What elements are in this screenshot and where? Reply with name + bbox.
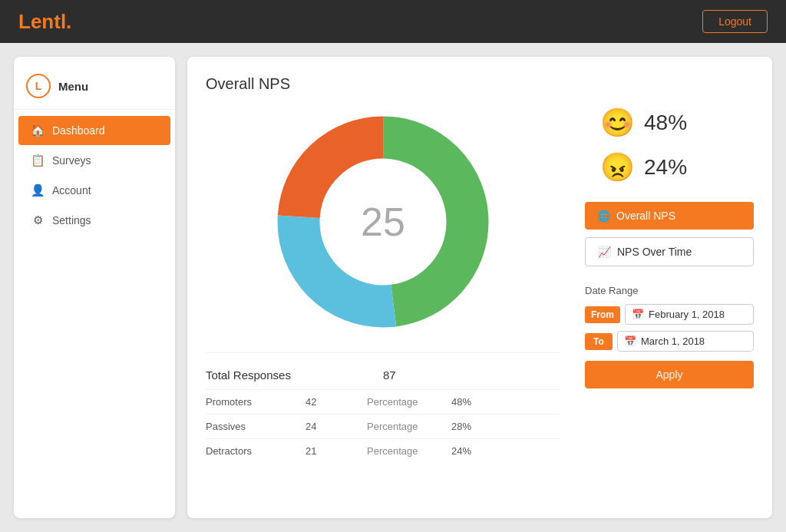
passives-pct-value: 28% <box>451 421 471 432</box>
apply-button[interactable]: Apply <box>585 361 754 388</box>
overall-nps-button[interactable]: 🌐 Overall NPS <box>585 202 754 230</box>
detractor-pct: 24% <box>644 155 687 180</box>
content-grid: 25 Total Responses 87 Promoters 42 Perce… <box>206 107 754 500</box>
legend-area: 😊 48% 😠 24% <box>585 107 754 183</box>
from-date-row: From 📅 February 1, 2018 <box>585 304 754 325</box>
sidebar: L Menu 🏠 Dashboard 📋 Surveys 👤 Account ⚙… <box>14 57 175 518</box>
right-panel: 😊 48% 😠 24% 🌐 Overall NPS 📈 <box>585 107 754 500</box>
sidebar-item-settings[interactable]: ⚙ Settings <box>18 206 170 235</box>
overall-nps-label: Overall NPS <box>616 210 675 222</box>
legend-detractors: 😠 24% <box>600 151 687 183</box>
sidebar-menu-header: L Menu <box>14 69 175 110</box>
app-header: Lentl. Logout <box>0 0 786 43</box>
passives-count: 24 <box>305 421 367 432</box>
chart-section: 25 Total Responses 87 Promoters 42 Perce… <box>206 107 560 500</box>
nps-over-time-label: NPS Over Time <box>617 246 692 258</box>
total-label: Total Responses <box>206 368 291 382</box>
logout-button[interactable]: Logout <box>702 10 768 33</box>
from-date-value: February 1, 2018 <box>649 309 725 320</box>
main-content: Overall NPS <box>187 57 772 518</box>
total-row: Total Responses 87 <box>206 364 560 389</box>
logo-text: Lentl <box>18 10 66 33</box>
donut-center-value: 25 <box>361 199 405 245</box>
to-calendar-icon: 📅 <box>624 335 636 347</box>
passives-name: Passives <box>206 421 305 432</box>
sidebar-settings-label: Settings <box>52 214 91 226</box>
detractor-emoji: 😠 <box>600 151 635 183</box>
globe-icon: 🌐 <box>597 210 610 222</box>
sidebar-item-dashboard[interactable]: 🏠 Dashboard <box>18 116 170 145</box>
promoter-emoji: 😊 <box>600 107 635 139</box>
detractors-name: Detractors <box>206 445 305 457</box>
promoters-pct-value: 48% <box>451 396 471 408</box>
sidebar-account-label: Account <box>52 184 91 197</box>
to-date-value: March 1, 2018 <box>641 335 705 347</box>
main-layout: L Menu 🏠 Dashboard 📋 Surveys 👤 Account ⚙… <box>0 43 786 532</box>
donut-chart-wrapper: 25 <box>268 107 498 337</box>
to-date-row: To 📅 March 1, 2018 <box>585 331 754 352</box>
logo: Lentl. <box>18 10 71 34</box>
trend-icon: 📈 <box>598 246 611 258</box>
account-icon: 👤 <box>31 183 45 197</box>
from-calendar-icon: 📅 <box>632 309 644 320</box>
stat-row-promoters: Promoters 42 Percentage 48% <box>206 389 560 414</box>
stats-table: Total Responses 87 Promoters 42 Percenta… <box>206 352 560 463</box>
nps-over-time-button[interactable]: 📈 NPS Over Time <box>585 237 754 266</box>
sidebar-menu-label-text: Menu <box>58 80 88 93</box>
date-range-label: Date Range <box>585 285 754 296</box>
logo-dot: . <box>66 10 71 33</box>
promoters-pct-label: Percentage <box>367 396 451 408</box>
sidebar-item-account[interactable]: 👤 Account <box>18 176 170 205</box>
settings-icon: ⚙ <box>31 213 45 227</box>
to-date-input[interactable]: 📅 March 1, 2018 <box>617 331 754 352</box>
legend-promoters: 😊 48% <box>600 107 687 139</box>
promoters-count: 42 <box>305 396 367 408</box>
stat-row-passives: Passives 24 Percentage 28% <box>206 414 560 438</box>
page-title: Overall NPS <box>206 75 754 93</box>
detractors-pct-value: 24% <box>451 445 471 457</box>
sidebar-dashboard-label: Dashboard <box>52 124 105 137</box>
promoters-name: Promoters <box>206 396 305 408</box>
from-date-input[interactable]: 📅 February 1, 2018 <box>625 304 754 325</box>
to-tag: To <box>585 333 613 350</box>
sidebar-item-surveys[interactable]: 📋 Surveys <box>18 146 170 175</box>
detractors-pct-label: Percentage <box>367 445 451 457</box>
promoter-pct: 48% <box>644 111 687 135</box>
passives-pct-label: Percentage <box>367 421 451 432</box>
home-icon: 🏠 <box>31 124 45 137</box>
sidebar-logo: L <box>26 74 51 98</box>
detractors-count: 21 <box>305 445 367 457</box>
total-value: 87 <box>383 368 396 382</box>
sidebar-surveys-label: Surveys <box>52 154 91 167</box>
date-range-section: Date Range From 📅 February 1, 2018 To 📅 … <box>585 285 754 388</box>
nps-buttons: 🌐 Overall NPS 📈 NPS Over Time <box>585 202 754 266</box>
from-tag: From <box>585 306 620 323</box>
stat-row-detractors: Detractors 21 Percentage 24% <box>206 438 560 463</box>
surveys-icon: 📋 <box>31 154 45 167</box>
